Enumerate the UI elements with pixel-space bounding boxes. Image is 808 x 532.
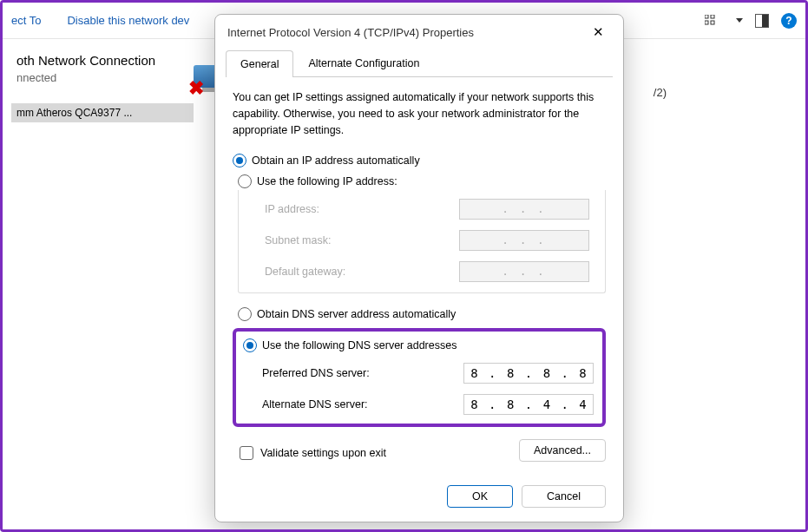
- cancel-button[interactable]: Cancel: [522, 485, 606, 508]
- radio-use-following-ip[interactable]: Use the following IP address:: [238, 174, 606, 188]
- default-gateway-input: . . .: [459, 261, 589, 282]
- radio-icon: [238, 307, 252, 321]
- radio-label: Obtain DNS server address automatically: [257, 308, 456, 320]
- radio-use-following-dns[interactable]: Use the following DNS server addresses: [243, 338, 594, 352]
- tab-alternate-configuration[interactable]: Alternate Configuration: [293, 49, 434, 76]
- subnet-mask-input: . . .: [459, 230, 589, 251]
- adapter-name: mm Atheros QCA9377 ...: [16, 107, 132, 119]
- radio-label: Use the following IP address:: [257, 175, 397, 187]
- subnet-mask-label: Subnet mask:: [265, 234, 459, 246]
- tabs: General Alternate Configuration: [226, 49, 613, 77]
- ipv4-properties-dialog: Internet Protocol Version 4 (TCP/IPv4) P…: [214, 14, 624, 522]
- radio-icon: [243, 338, 257, 352]
- radio-obtain-ip-auto[interactable]: Obtain an IP address automatically: [233, 154, 606, 167]
- default-gateway-label: Default gateway:: [265, 266, 459, 278]
- preferred-dns-label: Preferred DNS server:: [262, 367, 463, 379]
- manual-ip-group: IP address: . . . Subnet mask: . . . Def…: [238, 190, 606, 293]
- svg-rect-3: [711, 21, 714, 24]
- radio-icon: [233, 154, 246, 167]
- radio-label: Use the following DNS server addresses: [262, 339, 457, 351]
- radio-icon: [238, 174, 252, 188]
- page-indicator: /2): [654, 86, 667, 99]
- validate-checkbox-row[interactable]: Validate settings upon exit: [240, 446, 386, 460]
- dialog-titlebar: Internet Protocol Version 4 (TCP/IPv4) P…: [215, 15, 623, 49]
- dns-highlight-box: Use the following DNS server addresses P…: [233, 328, 606, 427]
- toolbar-connect-to[interactable]: ect To: [11, 14, 41, 27]
- general-panel: You can get IP settings assigned automat…: [226, 77, 613, 475]
- close-icon: ✕: [593, 24, 604, 40]
- ip-address-input: . . .: [459, 199, 589, 220]
- help-icon[interactable]: ?: [781, 13, 797, 29]
- intro-text: You can get IP settings assigned automat…: [233, 89, 606, 138]
- toolbar-disable-device[interactable]: Disable this network dev: [67, 14, 189, 27]
- preview-pane-icon[interactable]: [755, 14, 769, 28]
- alternate-dns-label: Alternate DNS server:: [262, 398, 463, 410]
- preferred-dns-input[interactable]: 8 . 8 . 8 . 8: [463, 363, 594, 384]
- radio-obtain-dns-auto[interactable]: Obtain DNS server address automatically: [238, 307, 606, 321]
- checkbox-icon: [240, 446, 253, 460]
- svg-rect-2: [705, 21, 708, 24]
- dialog-footer: OK Cancel: [226, 475, 613, 511]
- alternate-dns-input[interactable]: 8 . 8 . 4 . 4: [463, 394, 594, 415]
- disabled-x-icon: ✖: [188, 77, 204, 100]
- chevron-down-icon[interactable]: [736, 18, 743, 23]
- adapter-name-row[interactable]: mm Atheros QCA9377 ...: [11, 103, 194, 122]
- svg-rect-0: [705, 15, 708, 18]
- svg-rect-1: [711, 15, 714, 18]
- validate-label: Validate settings upon exit: [260, 447, 386, 459]
- ok-button[interactable]: OK: [447, 485, 513, 508]
- dialog-title: Internet Protocol Version 4 (TCP/IPv4) P…: [227, 26, 474, 39]
- tab-general[interactable]: General: [226, 50, 293, 77]
- view-options-icon[interactable]: [705, 15, 720, 27]
- close-button[interactable]: ✕: [585, 19, 611, 45]
- advanced-button[interactable]: Advanced...: [519, 439, 606, 462]
- radio-label: Obtain an IP address automatically: [252, 154, 420, 167]
- ip-address-label: IP address:: [265, 203, 459, 215]
